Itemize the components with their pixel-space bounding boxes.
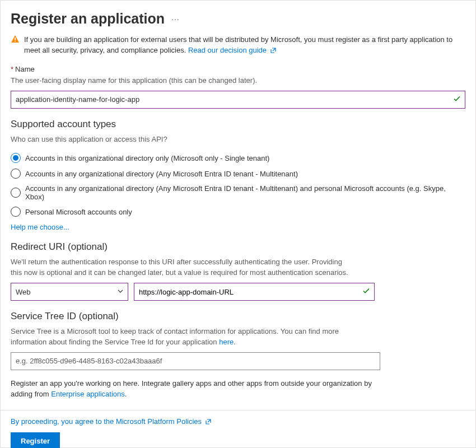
page-title: Register an application: [11, 11, 165, 27]
redirect-uri-help: We'll return the authentication response…: [11, 257, 465, 278]
name-help: The user-facing display name for this ap…: [11, 76, 465, 86]
decision-guide-link[interactable]: Read our decision guide: [188, 46, 277, 54]
service-tree-help: Service Tree is a Microsoft tool to keep…: [11, 326, 465, 348]
redirect-uri-input[interactable]: [134, 283, 375, 301]
service-tree-id-input[interactable]: [11, 352, 380, 370]
more-actions-button[interactable]: ···: [171, 15, 180, 24]
radio-icon: [11, 188, 21, 198]
account-type-option-3[interactable]: Personal Microsoft accounts only: [11, 204, 465, 220]
chevron-down-icon: [118, 288, 123, 295]
service-tree-here-link[interactable]: here: [219, 338, 234, 346]
svg-rect-0: [15, 38, 16, 40]
divider: [1, 410, 475, 410]
required-asterisk: *: [11, 65, 13, 73]
warning-banner: If you are building an application for e…: [11, 32, 465, 65]
account-types-question: Who can use this application or access t…: [11, 134, 465, 145]
platform-select[interactable]: Web: [11, 283, 128, 301]
radio-icon: [11, 207, 21, 217]
radio-icon: [11, 153, 21, 163]
register-button[interactable]: Register: [11, 432, 60, 448]
name-input[interactable]: [11, 91, 465, 109]
redirect-uri-heading: Redirect URI (optional): [11, 241, 465, 253]
check-icon: [362, 287, 370, 297]
account-type-option-1[interactable]: Accounts in any organizational directory…: [11, 166, 465, 181]
external-link-icon: [270, 46, 277, 57]
register-application-pane: Register an application ··· If you are b…: [0, 0, 476, 448]
account-types-radio-group: Accounts in this organizational director…: [11, 150, 465, 220]
help-me-choose-link[interactable]: Help me choose...: [11, 223, 69, 231]
check-icon: [453, 95, 461, 104]
external-link-icon: [205, 418, 212, 427]
radio-icon: [11, 169, 21, 179]
warning-icon: [11, 35, 20, 57]
name-label: *Name: [11, 65, 465, 73]
footer-note: Register an app you're working on here. …: [11, 378, 391, 400]
account-type-option-2[interactable]: Accounts in any organizational directory…: [11, 181, 465, 204]
enterprise-applications-link[interactable]: Enterprise applications: [51, 390, 125, 398]
account-types-heading: Supported account types: [11, 119, 465, 130]
svg-rect-1: [15, 41, 16, 42]
service-tree-heading: Service Tree ID (optional): [11, 311, 465, 322]
platform-policies-link[interactable]: By proceeding, you agree to the Microsof…: [11, 417, 465, 427]
account-type-option-0[interactable]: Accounts in this organizational director…: [11, 150, 465, 166]
